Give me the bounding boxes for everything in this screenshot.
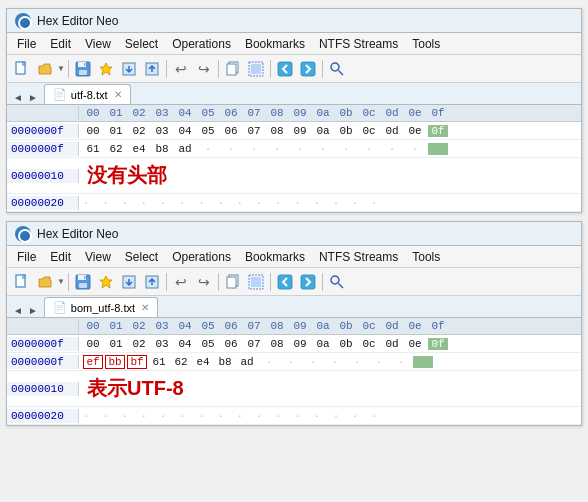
hcol-0f: 0f [428, 107, 448, 119]
tab-right-arrow-2[interactable]: ► [26, 304, 40, 317]
svg-point-17 [331, 63, 339, 71]
pin-button-2[interactable] [95, 271, 117, 293]
select-all-button[interactable] [245, 58, 267, 80]
tab-right-arrow[interactable]: ► [26, 91, 40, 104]
menu-select-2[interactable]: Select [119, 248, 164, 266]
hcol-09: 09 [290, 107, 310, 119]
tab-file-1[interactable]: 📄 utf-8.txt ✕ [44, 84, 131, 104]
cell-2-01: 01 [106, 338, 126, 350]
h2col-04: 04 [175, 320, 195, 332]
cell-1-09: 09 [290, 125, 310, 137]
save-button-2[interactable] [72, 271, 94, 293]
menu-tools-1[interactable]: Tools [406, 35, 446, 53]
cell-2-1-7: ad [237, 356, 257, 368]
cell-1-05: 05 [198, 125, 218, 137]
addr-2-0: 0000000f [7, 337, 79, 351]
addr-2-1: 0000000f [7, 355, 79, 369]
cell-2-dot-7: · [391, 356, 411, 368]
chinese-label-1: 没有头部 [79, 158, 581, 193]
menu-view-2[interactable]: View [79, 248, 117, 266]
svg-line-18 [338, 70, 343, 75]
cell-1-03: 03 [152, 125, 172, 137]
cell-1-01: 01 [106, 125, 126, 137]
copy-button[interactable] [222, 58, 244, 80]
prev-button-2[interactable] [274, 271, 296, 293]
new-button[interactable] [11, 58, 33, 80]
cell-2-1-4: 62 [171, 356, 191, 368]
hex-content-1: 00 01 02 03 04 05 06 07 08 09 0a 0b 0c 0… [7, 105, 581, 212]
toolbar-1: ▼ ↩ ↪ [7, 55, 581, 83]
menu-ntfs-2[interactable]: NTFS Streams [313, 248, 404, 266]
next-button[interactable] [297, 58, 319, 80]
redo-button-2[interactable]: ↪ [193, 271, 215, 293]
export-button-2[interactable] [141, 271, 163, 293]
hex-header-2: 00 01 02 03 04 05 06 07 08 09 0a 0b 0c 0… [7, 318, 581, 335]
cell-2-0e: 0e [405, 338, 425, 350]
svg-rect-14 [251, 64, 261, 74]
cell-2-04: 04 [175, 338, 195, 350]
cell-1-0d: 0d [382, 125, 402, 137]
cell-1-1-2: e4 [129, 143, 149, 155]
pin-button[interactable] [95, 58, 117, 80]
redo-button[interactable]: ↪ [193, 58, 215, 80]
new-button-2[interactable] [11, 271, 33, 293]
open-dropdown-2[interactable]: ▼ [57, 277, 65, 286]
save-button[interactable] [72, 58, 94, 80]
open-button[interactable] [34, 58, 56, 80]
sep-4 [270, 60, 271, 78]
search-button[interactable] [326, 58, 348, 80]
cell-2-1-3: 61 [149, 356, 169, 368]
hex-header-1: 00 01 02 03 04 05 06 07 08 09 0a 0b 0c 0… [7, 105, 581, 122]
svg-point-36 [331, 276, 339, 284]
cell-dot-5: · [290, 143, 310, 155]
menu-select-1[interactable]: Select [119, 35, 164, 53]
menu-edit-2[interactable]: Edit [44, 248, 77, 266]
hcol-05: 05 [198, 107, 218, 119]
menu-bookmarks-1[interactable]: Bookmarks [239, 35, 311, 53]
title-text-1: Hex Editor Neo [37, 14, 118, 28]
menu-operations-1[interactable]: Operations [166, 35, 237, 53]
hcol-06: 06 [221, 107, 241, 119]
svg-rect-34 [278, 275, 292, 289]
copy-button-2[interactable] [222, 271, 244, 293]
undo-button[interactable]: ↩ [170, 58, 192, 80]
undo-button-2[interactable]: ↩ [170, 271, 192, 293]
menu-edit-1[interactable]: Edit [44, 35, 77, 53]
menu-bookmarks-2[interactable]: Bookmarks [239, 248, 311, 266]
export-button[interactable] [141, 58, 163, 80]
search-button-2[interactable] [326, 271, 348, 293]
hcol-0b: 0b [336, 107, 356, 119]
hcol-01: 01 [106, 107, 126, 119]
svg-rect-4 [79, 70, 87, 75]
menu-operations-2[interactable]: Operations [166, 248, 237, 266]
menu-file-1[interactable]: File [11, 35, 42, 53]
panel-2: Hex Editor Neo File Edit View Select Ope… [6, 221, 582, 426]
menu-file-2[interactable]: File [11, 248, 42, 266]
tab-close-2[interactable]: ✕ [141, 302, 149, 313]
chinese-label-2: 表示UTF-8 [79, 371, 581, 406]
tab-close-1[interactable]: ✕ [114, 89, 122, 100]
h2col-0a: 0a [313, 320, 333, 332]
menu-ntfs-1[interactable]: NTFS Streams [313, 35, 404, 53]
cell-dot-3: · [244, 143, 264, 155]
bom-ef: ef [83, 355, 103, 369]
import-button[interactable] [118, 58, 140, 80]
select-all-button-2[interactable] [245, 271, 267, 293]
import-button-2[interactable] [118, 271, 140, 293]
prev-button[interactable] [274, 58, 296, 80]
cell-2-1-5: e4 [193, 356, 213, 368]
svg-rect-12 [227, 64, 236, 75]
h2col-0f: 0f [428, 320, 448, 332]
tab-left-arrow[interactable]: ◄ [11, 91, 25, 104]
tab-file-2[interactable]: 📄 bom_utf-8.txt ✕ [44, 297, 158, 317]
menu-tools-2[interactable]: Tools [406, 248, 446, 266]
menu-view-1[interactable]: View [79, 35, 117, 53]
next-button-2[interactable] [297, 271, 319, 293]
hcol-0a: 0a [313, 107, 333, 119]
cell-1-0f: 0f [428, 125, 448, 137]
tab-left-arrow-2[interactable]: ◄ [11, 304, 25, 317]
open-dropdown[interactable]: ▼ [57, 64, 65, 73]
cells-2-1: ef bb bf 61 62 e4 b8 ad · · · · · · · [79, 354, 581, 370]
sep-1 [68, 60, 69, 78]
open-button-2[interactable] [34, 271, 56, 293]
